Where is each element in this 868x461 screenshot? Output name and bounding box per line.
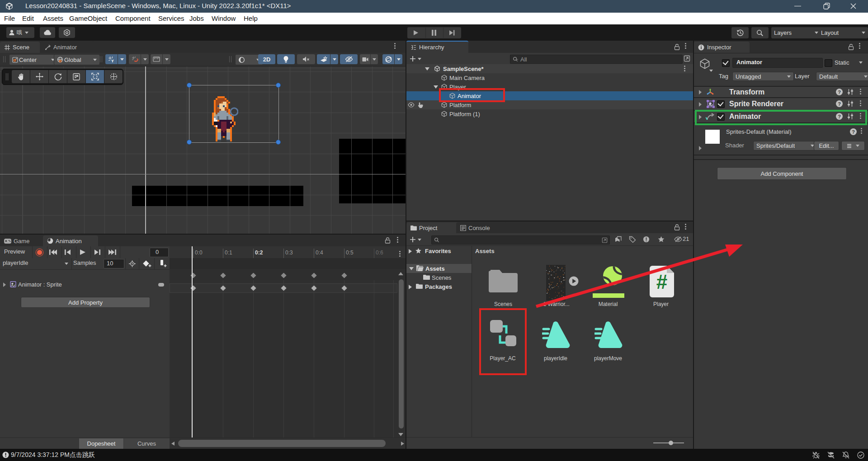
svg-text:Y: Y	[111, 59, 114, 63]
svg-text:#: #	[656, 271, 667, 293]
